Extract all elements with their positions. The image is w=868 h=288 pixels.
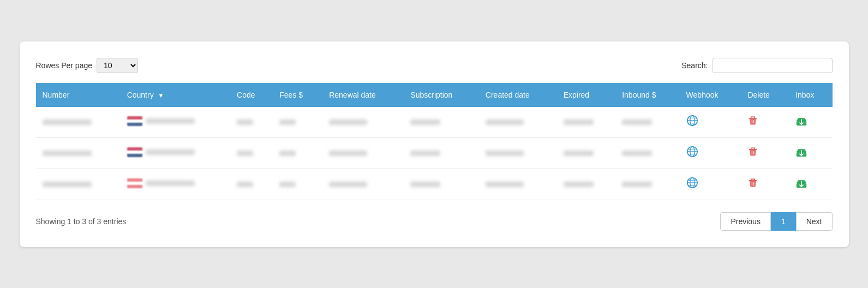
rows-per-page-select[interactable]: 10 25 50 100 <box>97 58 138 73</box>
cell-subscription <box>404 137 479 169</box>
table-row <box>36 107 833 138</box>
cell-created-date <box>479 169 557 200</box>
cell-delete <box>741 169 789 200</box>
cell-fees <box>273 169 322 200</box>
cell-created-date <box>479 137 557 169</box>
search-label: Search: <box>681 61 708 70</box>
cell-delete <box>741 137 789 169</box>
th-inbox: Inbox <box>789 83 832 107</box>
th-subscription: Subscription <box>404 83 479 107</box>
cell-inbound <box>615 137 679 169</box>
showing-text: Showing 1 to 3 of 3 entries <box>36 217 127 226</box>
th-fees: Fees $ <box>273 83 322 107</box>
cell-webhook <box>680 137 741 169</box>
data-table: Number Country ▼ Code Fees $ Renewal dat… <box>36 83 833 200</box>
cell-country <box>121 137 230 169</box>
th-country[interactable]: Country ▼ <box>121 83 230 107</box>
webhook-globe-button[interactable] <box>686 146 698 161</box>
sort-arrow-country: ▼ <box>158 92 164 99</box>
table-footer: Showing 1 to 3 of 3 entries Previous 1 N… <box>36 212 833 231</box>
th-created-date: Created date <box>479 83 557 107</box>
webhook-globe-button[interactable] <box>686 115 698 130</box>
previous-button[interactable]: Previous <box>720 212 770 231</box>
delete-button[interactable] <box>747 177 758 191</box>
flag-icon <box>127 147 142 157</box>
cell-inbound <box>615 169 679 200</box>
svg-rect-15 <box>749 149 757 150</box>
table-row <box>36 137 833 169</box>
cell-number <box>36 169 121 200</box>
cell-inbox <box>789 137 832 169</box>
page-1-button[interactable]: 1 <box>771 212 796 231</box>
cell-subscription <box>404 107 479 138</box>
cell-created-date <box>479 107 557 138</box>
cell-inbox <box>789 107 832 138</box>
cell-code <box>230 107 273 138</box>
delete-button[interactable] <box>747 115 758 129</box>
table-header-row: Number Country ▼ Code Fees $ Renewal dat… <box>36 83 833 107</box>
cell-fees <box>273 107 322 138</box>
th-code: Code <box>230 83 273 107</box>
cell-country <box>121 169 230 200</box>
cell-expired <box>557 169 616 200</box>
cell-renewal-date <box>322 137 404 169</box>
delete-button[interactable] <box>747 146 758 160</box>
cell-fees <box>273 137 322 169</box>
cell-delete <box>741 107 789 138</box>
rows-per-page-label: Rowes Per page <box>36 61 93 70</box>
inbox-button[interactable] <box>795 146 807 160</box>
cell-code <box>230 137 273 169</box>
th-inbound: Inbound $ <box>615 83 679 107</box>
webhook-globe-button[interactable] <box>686 177 698 192</box>
cell-inbound <box>615 107 679 138</box>
rows-per-page-control: Rowes Per page 10 25 50 100 <box>36 58 139 73</box>
flag-icon <box>127 116 142 126</box>
th-renewal-date: Renewal date <box>322 83 404 107</box>
th-number: Number <box>36 83 121 107</box>
cell-subscription <box>404 169 479 200</box>
th-expired: Expired <box>557 83 616 107</box>
cell-country <box>121 107 230 138</box>
pagination: Previous 1 Next <box>720 212 832 231</box>
cell-number <box>36 137 121 169</box>
main-card: Rowes Per page 10 25 50 100 Search: Numb… <box>20 41 849 247</box>
cell-number <box>36 107 121 138</box>
svg-rect-25 <box>749 180 757 181</box>
table-row <box>36 169 833 200</box>
th-delete: Delete <box>741 83 789 107</box>
top-bar: Rowes Per page 10 25 50 100 Search: <box>36 58 833 73</box>
cell-renewal-date <box>322 107 404 138</box>
next-button[interactable]: Next <box>796 212 833 231</box>
svg-rect-5 <box>749 118 757 119</box>
inbox-button[interactable] <box>795 115 807 129</box>
cell-expired <box>557 137 616 169</box>
inbox-button[interactable] <box>795 177 807 191</box>
flag-icon <box>127 178 142 188</box>
cell-code <box>230 169 273 200</box>
cell-expired <box>557 107 616 138</box>
cell-inbox <box>789 169 832 200</box>
search-input[interactable] <box>713 58 833 73</box>
cell-webhook <box>680 107 741 138</box>
search-bar: Search: <box>681 58 832 73</box>
cell-renewal-date <box>322 169 404 200</box>
th-webhook: Webhook <box>680 83 741 107</box>
cell-webhook <box>680 169 741 200</box>
